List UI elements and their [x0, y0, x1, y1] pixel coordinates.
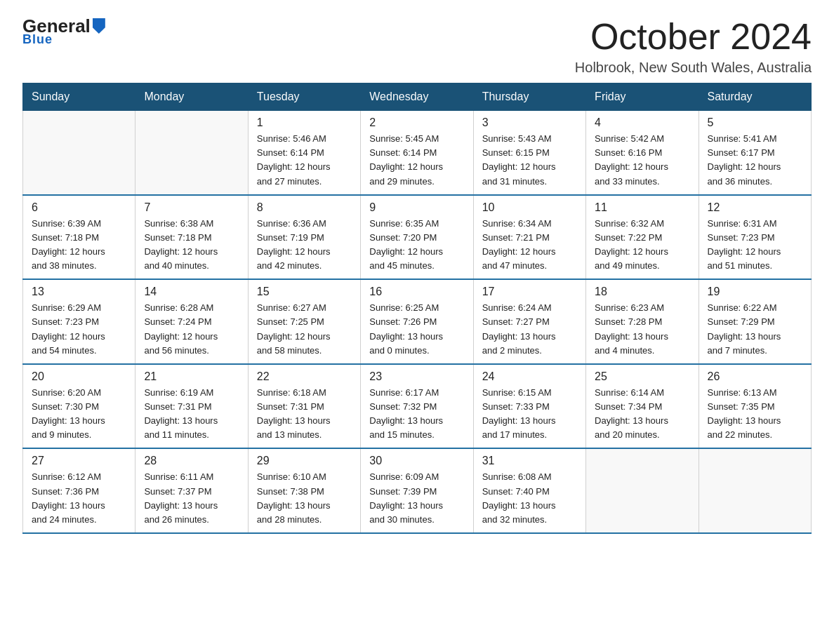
calendar-subtitle: Holbrook, New South Wales, Australia — [575, 60, 812, 76]
calendar-cell: 14Sunrise: 6:28 AM Sunset: 7:24 PM Dayli… — [135, 279, 248, 364]
logo: General Blue — [22, 17, 105, 47]
day-info: Sunrise: 5:46 AM Sunset: 6:14 PM Dayligh… — [257, 132, 352, 189]
calendar-week-row: 6Sunrise: 6:39 AM Sunset: 7:18 PM Daylig… — [23, 195, 812, 280]
day-number: 31 — [482, 455, 577, 467]
day-info: Sunrise: 6:32 AM Sunset: 7:22 PM Dayligh… — [595, 217, 689, 274]
logo-flag-icon — [93, 18, 105, 34]
day-number: 18 — [595, 286, 689, 298]
logo-blue: Blue — [22, 32, 53, 47]
day-info: Sunrise: 6:36 AM Sunset: 7:19 PM Dayligh… — [257, 217, 352, 274]
day-number: 2 — [369, 116, 464, 129]
day-number: 28 — [144, 455, 239, 467]
weekday-header-sunday: Sunday — [23, 83, 135, 111]
day-number: 4 — [595, 116, 689, 129]
calendar-cell: 16Sunrise: 6:25 AM Sunset: 7:26 PM Dayli… — [361, 279, 473, 364]
calendar-week-row: 13Sunrise: 6:29 AM Sunset: 7:23 PM Dayli… — [23, 279, 812, 364]
day-number: 30 — [369, 455, 464, 467]
calendar-week-row: 20Sunrise: 6:20 AM Sunset: 7:30 PM Dayli… — [23, 364, 812, 449]
day-number: 10 — [482, 201, 577, 214]
calendar-week-row: 27Sunrise: 6:12 AM Sunset: 7:36 PM Dayli… — [23, 448, 812, 533]
weekday-header-monday: Monday — [135, 83, 248, 111]
weekday-header-thursday: Thursday — [473, 83, 585, 111]
day-info: Sunrise: 6:24 AM Sunset: 7:27 PM Dayligh… — [482, 301, 577, 358]
day-number: 24 — [482, 370, 577, 383]
day-number: 6 — [32, 201, 126, 214]
day-number: 13 — [32, 286, 126, 298]
day-info: Sunrise: 5:41 AM Sunset: 6:17 PM Dayligh… — [708, 132, 802, 189]
day-number: 9 — [369, 201, 464, 214]
calendar-cell: 24Sunrise: 6:15 AM Sunset: 7:33 PM Dayli… — [473, 364, 585, 449]
calendar-cell: 29Sunrise: 6:10 AM Sunset: 7:38 PM Dayli… — [248, 448, 360, 533]
day-info: Sunrise: 5:42 AM Sunset: 6:16 PM Dayligh… — [595, 132, 689, 189]
calendar-cell — [23, 111, 135, 195]
day-number: 20 — [32, 370, 126, 383]
day-info: Sunrise: 6:22 AM Sunset: 7:29 PM Dayligh… — [708, 301, 802, 358]
day-number: 16 — [369, 286, 464, 298]
day-info: Sunrise: 6:25 AM Sunset: 7:26 PM Dayligh… — [369, 301, 464, 358]
day-info: Sunrise: 6:15 AM Sunset: 7:33 PM Dayligh… — [482, 386, 577, 443]
calendar-cell: 25Sunrise: 6:14 AM Sunset: 7:34 PM Dayli… — [586, 364, 699, 449]
calendar-cell — [699, 448, 811, 533]
calendar-header-row: SundayMondayTuesdayWednesdayThursdayFrid… — [23, 83, 812, 111]
calendar-cell: 13Sunrise: 6:29 AM Sunset: 7:23 PM Dayli… — [23, 279, 135, 364]
calendar-cell: 5Sunrise: 5:41 AM Sunset: 6:17 PM Daylig… — [699, 111, 811, 195]
calendar-cell: 26Sunrise: 6:13 AM Sunset: 7:35 PM Dayli… — [699, 364, 811, 449]
calendar-week-row: 1Sunrise: 5:46 AM Sunset: 6:14 PM Daylig… — [23, 111, 812, 195]
calendar-cell: 3Sunrise: 5:43 AM Sunset: 6:15 PM Daylig… — [473, 111, 585, 195]
calendar-cell: 19Sunrise: 6:22 AM Sunset: 7:29 PM Dayli… — [699, 279, 811, 364]
day-info: Sunrise: 5:43 AM Sunset: 6:15 PM Dayligh… — [482, 132, 577, 189]
day-number: 12 — [708, 201, 802, 214]
calendar-cell: 8Sunrise: 6:36 AM Sunset: 7:19 PM Daylig… — [248, 195, 360, 280]
day-info: Sunrise: 6:29 AM Sunset: 7:23 PM Dayligh… — [32, 301, 126, 358]
day-info: Sunrise: 6:10 AM Sunset: 7:38 PM Dayligh… — [257, 470, 352, 527]
day-info: Sunrise: 6:20 AM Sunset: 7:30 PM Dayligh… — [32, 386, 126, 443]
day-number: 19 — [708, 286, 802, 298]
calendar-cell — [586, 448, 699, 533]
day-number: 17 — [482, 286, 577, 298]
calendar-cell: 20Sunrise: 6:20 AM Sunset: 7:30 PM Dayli… — [23, 364, 135, 449]
calendar-cell: 17Sunrise: 6:24 AM Sunset: 7:27 PM Dayli… — [473, 279, 585, 364]
calendar-cell: 30Sunrise: 6:09 AM Sunset: 7:39 PM Dayli… — [361, 448, 473, 533]
day-info: Sunrise: 6:09 AM Sunset: 7:39 PM Dayligh… — [369, 470, 464, 527]
day-info: Sunrise: 6:11 AM Sunset: 7:37 PM Dayligh… — [144, 470, 239, 527]
day-number: 23 — [369, 370, 464, 383]
day-info: Sunrise: 6:23 AM Sunset: 7:28 PM Dayligh… — [595, 301, 689, 358]
day-info: Sunrise: 6:14 AM Sunset: 7:34 PM Dayligh… — [595, 386, 689, 443]
day-info: Sunrise: 6:17 AM Sunset: 7:32 PM Dayligh… — [369, 386, 464, 443]
day-info: Sunrise: 6:18 AM Sunset: 7:31 PM Dayligh… — [257, 386, 352, 443]
calendar-cell: 1Sunrise: 5:46 AM Sunset: 6:14 PM Daylig… — [248, 111, 360, 195]
weekday-header-saturday: Saturday — [699, 83, 811, 111]
calendar-cell: 12Sunrise: 6:31 AM Sunset: 7:23 PM Dayli… — [699, 195, 811, 280]
calendar-cell — [135, 111, 248, 195]
calendar-cell: 2Sunrise: 5:45 AM Sunset: 6:14 PM Daylig… — [361, 111, 473, 195]
day-number: 7 — [144, 201, 239, 214]
day-number: 11 — [595, 201, 689, 214]
day-info: Sunrise: 6:28 AM Sunset: 7:24 PM Dayligh… — [144, 301, 239, 358]
calendar-cell: 15Sunrise: 6:27 AM Sunset: 7:25 PM Dayli… — [248, 279, 360, 364]
day-number: 29 — [257, 455, 352, 467]
calendar-cell: 28Sunrise: 6:11 AM Sunset: 7:37 PM Dayli… — [135, 448, 248, 533]
calendar-cell: 21Sunrise: 6:19 AM Sunset: 7:31 PM Dayli… — [135, 364, 248, 449]
day-number: 27 — [32, 455, 126, 467]
calendar-cell: 10Sunrise: 6:34 AM Sunset: 7:21 PM Dayli… — [473, 195, 585, 280]
day-number: 25 — [595, 370, 689, 383]
day-number: 21 — [144, 370, 239, 383]
day-info: Sunrise: 6:31 AM Sunset: 7:23 PM Dayligh… — [708, 217, 802, 274]
day-info: Sunrise: 6:27 AM Sunset: 7:25 PM Dayligh… — [257, 301, 352, 358]
calendar-cell: 7Sunrise: 6:38 AM Sunset: 7:18 PM Daylig… — [135, 195, 248, 280]
calendar-cell: 31Sunrise: 6:08 AM Sunset: 7:40 PM Dayli… — [473, 448, 585, 533]
calendar-cell: 22Sunrise: 6:18 AM Sunset: 7:31 PM Dayli… — [248, 364, 360, 449]
calendar-cell: 18Sunrise: 6:23 AM Sunset: 7:28 PM Dayli… — [586, 279, 699, 364]
calendar-table: SundayMondayTuesdayWednesdayThursdayFrid… — [22, 83, 812, 534]
day-info: Sunrise: 6:12 AM Sunset: 7:36 PM Dayligh… — [32, 470, 126, 527]
day-number: 22 — [257, 370, 352, 383]
day-number: 8 — [257, 201, 352, 214]
day-number: 15 — [257, 286, 352, 298]
calendar-cell: 27Sunrise: 6:12 AM Sunset: 7:36 PM Dayli… — [23, 448, 135, 533]
day-number: 1 — [257, 116, 352, 129]
day-info: Sunrise: 6:34 AM Sunset: 7:21 PM Dayligh… — [482, 217, 577, 274]
day-number: 26 — [708, 370, 802, 383]
day-number: 14 — [144, 286, 239, 298]
weekday-header-friday: Friday — [586, 83, 699, 111]
weekday-header-tuesday: Tuesday — [248, 83, 360, 111]
